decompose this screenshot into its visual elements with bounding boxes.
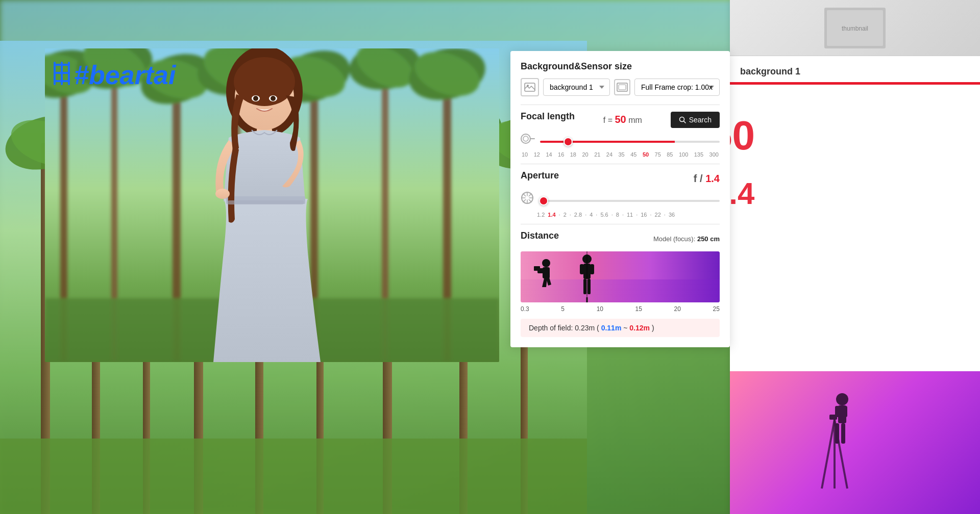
aperture-header: Aperture f / 1.4 (521, 170, 720, 187)
main-image-container (45, 48, 499, 362)
search-button[interactable]: Search (671, 112, 720, 128)
svg-rect-98 (580, 264, 584, 274)
bg-sensor-title: Background&Sensor size (521, 61, 720, 72)
focal-large-number: 50 (730, 112, 755, 159)
distance-model: Model (focus): 250 cm (653, 235, 720, 243)
distance-visualization (521, 251, 720, 302)
svg-rect-99 (590, 264, 594, 274)
aperture-number: 1.4 (705, 173, 720, 184)
svg-point-90 (542, 259, 550, 267)
aperture-ticks: 1.21.4· 2·2.8·4· 5.6·8·11· 16·22·36 (521, 212, 720, 218)
aperture-value-display: f / 1.4 (694, 173, 720, 185)
search-label: Search (689, 116, 712, 124)
svg-point-76 (521, 134, 530, 143)
lens-icon (521, 133, 535, 147)
svg-text:thumbnail: thumbnail (842, 25, 868, 32)
far-panel-bg-label: background 1 (730, 56, 980, 82)
focal-value-display: f = 50 mm (603, 114, 642, 125)
beartai-logo: #beartai (54, 59, 186, 93)
svg-line-87 (523, 199, 526, 202)
svg-rect-97 (587, 279, 591, 294)
search-icon (679, 116, 686, 123)
background-dropdown[interactable]: background 1 background 2 background 3 (543, 79, 610, 96)
focal-title: Focal length (521, 111, 575, 122)
focal-header: Focal length f = 50 mm Search (521, 111, 720, 128)
dof-result: Depth of field: 0.23m ( 0.11m ~ 0.12m ) (521, 319, 720, 337)
image-icon (521, 78, 539, 96)
svg-line-85 (529, 199, 531, 202)
svg-line-112 (822, 420, 835, 489)
svg-point-105 (836, 393, 848, 405)
aperture-slider[interactable] (539, 200, 720, 202)
dof-far: 0.12m (629, 324, 650, 332)
panel-top-thumbnail: thumbnail (730, 0, 980, 56)
divider-2 (521, 164, 720, 164)
aperture-title: Aperture (521, 170, 559, 181)
focal-slider[interactable] (540, 141, 720, 143)
svg-rect-62 (228, 200, 304, 204)
settings-panel: Background&Sensor size background 1 back… (510, 51, 730, 347)
focal-slider-container (540, 136, 720, 145)
focal-ticks: 10121416182021 24354550 7585100135300 (521, 151, 720, 158)
bottom-gradient (730, 371, 980, 514)
dof-near: 0.11m (601, 324, 622, 332)
aperture-slider-container (539, 195, 720, 204)
focal-slider-row (521, 133, 720, 147)
svg-rect-108 (841, 423, 845, 444)
distance-scale: 0.3 5 10 15 20 25 (521, 305, 720, 313)
svg-rect-28 (0, 439, 587, 514)
svg-point-58 (253, 96, 258, 101)
sensor-icon (614, 79, 630, 95)
distance-header: Distance Model (focus): 250 cm (521, 230, 720, 247)
svg-rect-96 (583, 279, 586, 294)
svg-point-60 (271, 96, 276, 101)
divider-3 (521, 224, 720, 224)
svg-line-75 (683, 121, 685, 123)
far-right-panel: thumbnail background 1 50 1.4 (730, 0, 980, 514)
dof-label: Depth of field: (529, 324, 573, 332)
svg-line-86 (529, 194, 531, 196)
svg-point-77 (523, 136, 528, 141)
distance-title: Distance (521, 230, 559, 241)
sensor-dropdown[interactable]: Full Frame crop: 1.00x APS-C crop: 1.52x… (634, 79, 720, 96)
svg-line-113 (835, 420, 847, 489)
dof-separator: ~ (623, 324, 629, 332)
svg-point-61 (215, 189, 230, 199)
aperture-large-number: 1.4 (730, 176, 754, 211)
svg-rect-73 (619, 85, 626, 90)
aperture-icon (521, 191, 534, 208)
svg-rect-68 (54, 80, 70, 82)
red-accent-bar (730, 82, 980, 85)
dof-total-value: 0.23m (575, 324, 597, 332)
svg-rect-66 (54, 64, 70, 66)
svg-line-84 (523, 194, 526, 196)
aperture-slider-row (521, 191, 720, 208)
svg-rect-111 (829, 415, 837, 420)
svg-rect-67 (54, 72, 70, 74)
divider-1 (521, 105, 720, 105)
svg-rect-110 (843, 406, 847, 417)
svg-rect-93 (534, 266, 540, 271)
svg-text:#beartai: #beartai (74, 60, 177, 88)
bg-sensor-row: background 1 background 2 background 3 F… (521, 78, 720, 96)
